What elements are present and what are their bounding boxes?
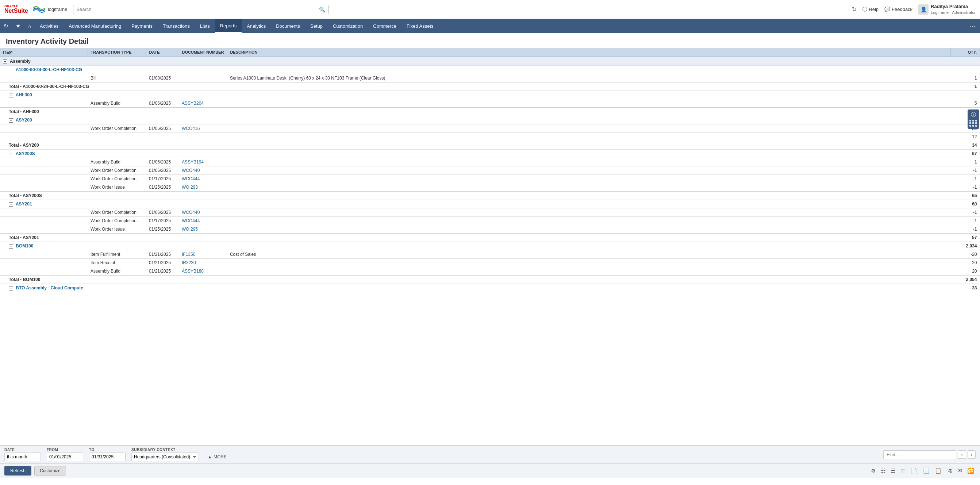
from-input[interactable] xyxy=(47,453,83,461)
cell-doc-number: ASSYB188 xyxy=(179,267,227,275)
cell-date xyxy=(146,133,179,141)
cell-doc-number: WCO416 xyxy=(179,124,227,133)
subsidiary-field: SUBSIDIARY CONTEXT Headquarters (Consoli… xyxy=(131,448,199,461)
collapse-ahi300-icon[interactable]: − xyxy=(9,93,13,97)
collapse-asy201-icon[interactable]: − xyxy=(9,202,13,207)
list-icon[interactable]: ☰ xyxy=(889,467,897,475)
search-bar[interactable]: 🔍 xyxy=(73,5,328,14)
collapse-a1000-icon[interactable]: − xyxy=(9,68,13,72)
item-a1000-label: − A1000-60-24-30-L-CH-NF103-CG xyxy=(0,66,88,74)
item-a1000-link[interactable]: A1000-60-24-30-L-CH-NF103-CG xyxy=(16,67,82,72)
item-bom100-link[interactable]: BOM100 xyxy=(16,243,33,248)
nav-customization[interactable]: Customization xyxy=(328,19,368,33)
table-row: Bill 01/08/2025 Series A1000 Laminate De… xyxy=(0,74,980,83)
nav-payments[interactable]: Payments xyxy=(126,19,158,33)
help-button[interactable]: ⓘ Help xyxy=(862,6,878,13)
info-widget[interactable]: ⓘ xyxy=(967,110,979,129)
more-label: MORE xyxy=(213,454,227,460)
nav-setup[interactable]: Setup xyxy=(305,19,328,33)
nav-activities[interactable]: Activities xyxy=(35,19,64,33)
page-title-bar: Inventory Activity Detail xyxy=(0,33,980,48)
next-page-button[interactable]: › xyxy=(967,450,975,459)
nav-reports[interactable]: Reports xyxy=(215,19,242,33)
item-asy200-link[interactable]: ASY200 xyxy=(16,118,32,122)
col-item[interactable]: ITEM xyxy=(0,48,88,57)
nav-transactions[interactable]: Transactions xyxy=(158,19,195,33)
nav-advanced-manufacturing[interactable]: Advanced Manufacturing xyxy=(64,19,126,33)
item-bto-link[interactable]: BTO Assembly - Cloud Compute xyxy=(16,285,83,291)
cell-qty: -1 xyxy=(951,183,980,192)
cell-qty: 1 xyxy=(951,158,980,166)
cell-description xyxy=(227,217,951,225)
table-row: Assembly Build 01/06/2025 ASSYB204 5 xyxy=(0,99,980,108)
cell-description xyxy=(227,158,951,166)
customize-button[interactable]: Customize xyxy=(34,466,66,475)
cell-qty: -1 xyxy=(951,175,980,183)
to-input[interactable] xyxy=(89,453,126,461)
collapse-assembly-icon[interactable]: − xyxy=(3,59,7,64)
col-date[interactable]: DATE xyxy=(146,48,179,57)
collapse-asy200s-icon[interactable]: − xyxy=(9,152,13,156)
history-icon[interactable]: ↻ xyxy=(852,6,857,13)
col-transaction-type[interactable]: TRANSACTION TYPE xyxy=(88,48,146,57)
table-header-row: ITEM TRANSACTION TYPE DATE DOCUMENT NUMB… xyxy=(0,48,980,57)
nav-lists[interactable]: Lists xyxy=(195,19,215,33)
cell-transaction-type: Assembly Build xyxy=(88,267,146,275)
cell-doc-number: ASSYB194 xyxy=(179,158,227,166)
excel-icon[interactable]: ◫ xyxy=(899,467,907,475)
search-input[interactable] xyxy=(76,6,319,12)
item-asy200s-link[interactable]: ASY200S xyxy=(16,151,35,156)
print-icon[interactable]: 🖨 xyxy=(945,467,954,475)
cell-date: 01/21/2025 xyxy=(146,267,179,275)
refresh-button[interactable]: Refresh xyxy=(5,466,32,475)
item-asy201-link[interactable]: ASY201 xyxy=(16,202,32,207)
cell-transaction-type: Assembly Build xyxy=(88,99,146,108)
nav-home-icon[interactable]: ⌂ xyxy=(24,20,35,32)
share-icon[interactable]: 🔁 xyxy=(966,467,975,475)
pdf-icon[interactable]: 📄 xyxy=(909,467,919,475)
to-field: TO xyxy=(89,448,126,461)
nav-documents[interactable]: Documents xyxy=(271,19,305,33)
prev-page-button[interactable]: ‹ xyxy=(958,450,966,459)
more-button[interactable]: ▲ MORE xyxy=(205,453,229,461)
col-document-number[interactable]: DOCUMENT NUMBER xyxy=(179,48,227,57)
cell-description xyxy=(227,259,951,267)
date-input[interactable] xyxy=(5,453,41,461)
user-area: 👤 Raditya Pratama Logiframe - Administra… xyxy=(918,4,975,15)
nav-recent-icon[interactable]: ↻ xyxy=(0,20,12,32)
total-a1000-label: Total - A1000-60-24-30-L-CH-NF103-CG xyxy=(0,83,951,91)
search-icon[interactable]: 🔍 xyxy=(319,6,325,13)
cell-description xyxy=(227,175,951,183)
table-container[interactable]: ITEM TRANSACTION TYPE DATE DOCUMENT NUMB… xyxy=(0,48,980,445)
cell-description xyxy=(227,133,951,141)
collapse-bto-icon[interactable]: − xyxy=(9,286,13,291)
collapse-asy200-icon[interactable]: − xyxy=(9,118,13,122)
nav-analytics[interactable]: Analytics xyxy=(242,19,271,33)
email-icon[interactable]: ✉ xyxy=(956,467,964,475)
col-description[interactable]: DESCRIPTION xyxy=(227,48,951,57)
group-assembly: − Assembly xyxy=(0,57,980,66)
nav-commerce[interactable]: Commerce xyxy=(368,19,401,33)
document-icon[interactable]: 📃 xyxy=(921,467,931,475)
subsidiary-select[interactable]: Headquarters (Consolidated) xyxy=(131,453,199,461)
find-input[interactable] xyxy=(883,450,956,459)
columns-icon[interactable]: ☷ xyxy=(879,467,887,475)
col-qty[interactable]: QTY. xyxy=(951,48,980,57)
cell-transaction-type: Bill xyxy=(88,74,146,83)
nav-favorites-icon[interactable]: ★ xyxy=(12,20,24,32)
cell-doc-number: WCO440 xyxy=(179,208,227,217)
cell-description: Series A1000 Laminate Desk, (Cherry) 60 … xyxy=(227,74,951,83)
item-ahi300-link[interactable]: AHI-300 xyxy=(16,92,32,97)
feedback-button[interactable]: 💬 Feedback xyxy=(885,6,913,12)
cell-date: 01/08/2025 xyxy=(146,74,179,83)
copy-icon[interactable]: 📋 xyxy=(933,467,943,475)
collapse-bom100-icon[interactable]: − xyxy=(9,244,13,248)
item-bom100: − BOM100 2,034 xyxy=(0,242,980,250)
settings-icon[interactable]: ⚙ xyxy=(869,467,877,475)
item-asy201: − ASY201 60 xyxy=(0,200,980,208)
table-row: Work Order Issue 01/25/2025 WOI295 -1 xyxy=(0,225,980,234)
nav-fixed-assets[interactable]: Fixed Assets xyxy=(401,19,439,33)
action-bar: Refresh Customize ⚙ ☷ ☰ ◫ 📄 📃 📋 🖨 ✉ 🔁 xyxy=(0,463,980,478)
nav-more-button[interactable]: ⋯ xyxy=(966,20,980,32)
cell-description xyxy=(227,124,951,133)
